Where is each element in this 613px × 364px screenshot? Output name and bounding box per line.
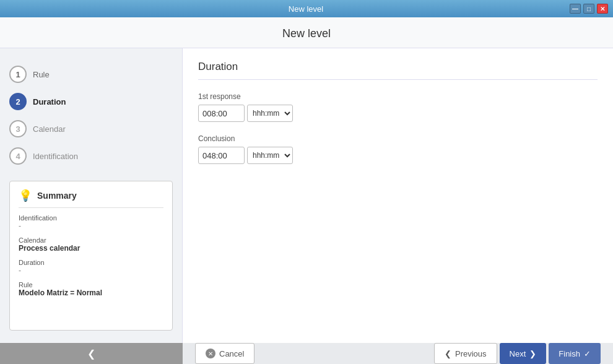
step-1-item[interactable]: 1 Rule (9, 61, 173, 88)
bottom-right: ✕ Cancel ❮ Previous Next ❯ Finish ✓ (183, 343, 613, 364)
dialog-header: New level (0, 17, 613, 48)
summary-rule-value: Modelo Matriz = Normal (19, 288, 163, 297)
summary-calendar-label: Calendar (19, 236, 163, 244)
sidebar-bottom: ❮ (0, 343, 183, 364)
chevron-right-icon: ❯ (529, 349, 536, 358)
first-response-input-row: hhh:mm hh:mm mm:ss (198, 105, 598, 122)
cancel-icon: ✕ (206, 349, 215, 358)
cancel-button[interactable]: ✕ Cancel (195, 343, 254, 364)
summary-identification-value: - (19, 222, 163, 230)
first-response-label: 1st response (198, 92, 598, 101)
step-2-item[interactable]: 2 Duration (9, 88, 173, 115)
cancel-label: Cancel (219, 349, 244, 358)
summary-calendar-value: Process calendar (19, 244, 163, 253)
finish-label: Finish (559, 349, 580, 358)
next-button[interactable]: Next ❯ (500, 343, 547, 364)
step-4-label: Identification (33, 152, 78, 161)
conclusion-group: Conclusion hhh:mm hh:mm mm:ss (198, 134, 598, 164)
title-bar-title: New level (42, 4, 570, 14)
summary-duration-label: Duration (19, 259, 163, 266)
summary-box: 💡 Summary Identification - Calendar Proc… (9, 181, 173, 331)
main-content: Duration 1st response hhh:mm hh:mm mm:ss… (183, 48, 613, 343)
dialog-title: New level (282, 27, 331, 40)
next-label: Next (510, 349, 526, 358)
summary-rule: Rule Modelo Matriz = Normal (19, 281, 163, 297)
close-button[interactable]: ✕ (597, 4, 608, 14)
bulb-icon: 💡 (19, 189, 32, 202)
summary-calendar: Calendar Process calendar (19, 236, 163, 253)
sidebar-toggle-icon[interactable]: ❮ (87, 348, 95, 360)
summary-duration-value: - (19, 266, 163, 275)
title-bar-controls: — □ ✕ (570, 4, 608, 14)
first-response-group: 1st response hhh:mm hh:mm mm:ss (198, 92, 598, 122)
nav-buttons: ❮ Previous Next ❯ Finish ✓ (434, 343, 601, 364)
summary-identification-label: Identification (19, 214, 163, 222)
bottom-bar: ❮ ✕ Cancel ❮ Previous Next ❯ Finish ✓ (0, 343, 613, 364)
conclusion-format-select[interactable]: hhh:mm hh:mm mm:ss (247, 147, 293, 164)
step-4-item[interactable]: 4 Identification (9, 142, 173, 170)
minimize-button[interactable]: — (570, 4, 581, 14)
first-response-format-select[interactable]: hhh:mm hh:mm mm:ss (247, 105, 293, 122)
summary-title: Summary (37, 191, 77, 201)
title-bar: New level — □ ✕ (0, 0, 613, 17)
dialog-body: 1 Rule 2 Duration 3 Calendar 4 Identific… (0, 48, 613, 343)
conclusion-label: Conclusion (198, 134, 598, 143)
step-1-circle: 1 (9, 66, 27, 83)
step-2-circle: 2 (9, 93, 27, 110)
summary-header: 💡 Summary (19, 189, 163, 208)
section-title: Duration (198, 61, 598, 80)
sidebar: 1 Rule 2 Duration 3 Calendar 4 Identific… (0, 48, 183, 343)
summary-identification: Identification - (19, 214, 163, 230)
first-response-input[interactable] (198, 105, 245, 122)
step-3-item[interactable]: 3 Calendar (9, 115, 173, 142)
maximize-button[interactable]: □ (583, 4, 594, 14)
step-3-label: Calendar (33, 124, 66, 134)
step-2-label: Duration (33, 97, 66, 106)
chevron-left-icon: ❮ (445, 349, 451, 358)
previous-button[interactable]: ❮ Previous (434, 343, 497, 364)
finish-button[interactable]: Finish ✓ (549, 343, 601, 364)
summary-duration: Duration - (19, 259, 163, 275)
conclusion-input-row: hhh:mm hh:mm mm:ss (198, 147, 598, 164)
step-1-label: Rule (33, 70, 50, 79)
conclusion-input[interactable] (198, 147, 245, 164)
check-icon: ✓ (584, 349, 591, 358)
previous-label: Previous (455, 349, 487, 358)
step-4-circle: 4 (9, 147, 27, 165)
step-3-circle: 3 (9, 120, 27, 137)
dialog: New level 1 Rule 2 Duration 3 Calendar 4 (0, 17, 613, 364)
summary-rule-label: Rule (19, 281, 163, 288)
